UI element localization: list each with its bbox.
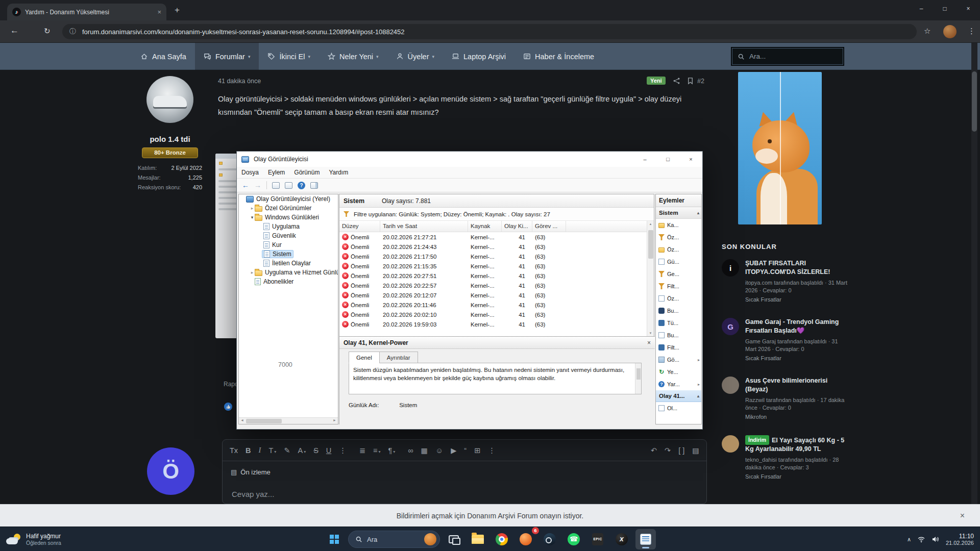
tree-expander-icon[interactable]: ▾ — [250, 215, 255, 220]
notification-close-icon[interactable]: × — [960, 511, 965, 520]
preview-button[interactable]: ▤ Ön izleme — [231, 468, 271, 476]
paragraph-icon[interactable]: ¶▾ — [388, 446, 395, 455]
tree-item[interactable]: Güvenlik — [239, 231, 338, 240]
browser-menu-icon[interactable]: ⋮ — [968, 27, 975, 36]
xbox-taskbar-button[interactable] — [611, 529, 632, 549]
export-icon[interactable] — [285, 182, 292, 189]
topic-title[interactable]: Game Garaj - Trendyol Gaming Fırsatları … — [745, 318, 850, 335]
reply-input[interactable]: Cevap yaz... — [232, 490, 274, 498]
topic-avatar[interactable] — [722, 435, 739, 453]
sidebar-ad-image[interactable] — [738, 72, 822, 224]
action-item[interactable]: Öz... — [656, 243, 701, 256]
filter-notice-bar[interactable]: Filtre uygulanan: Günlük: System; Düzey:… — [339, 208, 654, 221]
tree-item[interactable]: İletilen Olaylar — [239, 259, 338, 268]
event-row[interactable]: ×Önemli20.02.2026 21:27:21Kernel-...41(6… — [339, 232, 648, 242]
column-header-3[interactable]: Olay Ki... — [502, 221, 532, 232]
menu-dosya[interactable]: Dosya — [237, 169, 263, 176]
bookmark-icon[interactable] — [687, 77, 694, 85]
topic-avatar[interactable]: i — [722, 259, 739, 277]
action-pane-icon[interactable] — [310, 182, 318, 189]
whatsapp-taskbar-button[interactable] — [564, 529, 584, 549]
volume-icon[interactable] — [932, 535, 940, 543]
event-row[interactable]: ×Önemli20.02.2026 19:59:03Kernel-...41(6… — [339, 319, 648, 329]
wifi-icon[interactable] — [917, 535, 925, 543]
action-item[interactable]: Öz... — [656, 292, 701, 305]
nav-item-ana-sayfa[interactable]: Ana Sayfa — [132, 43, 195, 70]
strikethrough-icon[interactable]: S — [313, 446, 318, 455]
action-item[interactable]: Ka... — [656, 219, 701, 231]
scroll-right-arrow-icon[interactable]: ► — [333, 418, 336, 422]
action-item[interactable]: Ol... — [656, 402, 701, 414]
author-avatar[interactable] — [146, 76, 193, 123]
task-view-taskbar-button[interactable] — [444, 529, 464, 549]
action-item[interactable]: Bu... — [656, 305, 701, 317]
epic-games-taskbar-button[interactable] — [587, 529, 608, 549]
event-row[interactable]: ×Önemli20.02.2026 20:11:46Kernel-...41(6… — [339, 300, 648, 310]
like-reaction-icon[interactable] — [223, 402, 233, 412]
site-info-icon[interactable]: ⓘ — [69, 27, 76, 36]
media-icon[interactable]: ▶ — [451, 446, 456, 455]
topic-category-link[interactable]: Sıcak Fırsatlar — [745, 473, 850, 480]
event-row[interactable]: ×Önemli20.02.2026 20:27:51Kernel-...41(6… — [339, 271, 648, 281]
file-explorer-taskbar-button[interactable] — [468, 529, 488, 549]
current-user-avatar[interactable]: Ö — [147, 447, 194, 495]
tree-item[interactable]: Kur — [239, 240, 338, 249]
image-icon[interactable]: ▦ — [421, 446, 428, 455]
bold-icon[interactable]: B — [246, 446, 251, 455]
menu-görünüm[interactable]: Görünüm — [289, 169, 324, 176]
brackets-bbcode-icon[interactable]: [ ] — [678, 446, 684, 455]
tree-item[interactable]: ▸Uygulama ve Hizmet Günlük — [239, 268, 338, 277]
detail-close-icon[interactable]: × — [647, 339, 651, 346]
event-row[interactable]: ×Önemli20.02.2026 21:17:50Kernel-...41(6… — [339, 252, 648, 261]
event-viewer-taskbar-button[interactable] — [635, 529, 656, 549]
event-row[interactable]: ×Önemli20.02.2026 20:02:10Kernel-...41(6… — [339, 310, 648, 319]
topic-title[interactable]: Asus Çevre bilimlerionerisi (Beyaz) — [745, 377, 850, 394]
action-item[interactable]: ↻Ye... — [656, 366, 701, 378]
tab-close-icon[interactable]: × — [157, 8, 161, 16]
tree-expander-icon[interactable]: ▸ — [250, 206, 255, 211]
nav-item-uyeler[interactable]: Üyeler▾ — [387, 43, 443, 70]
tree-scrollbar-thumb[interactable] — [246, 419, 282, 423]
forum-search-box[interactable]: Ara... — [731, 47, 844, 66]
tray-expand-icon[interactable]: ∧ — [907, 536, 911, 543]
menu-eylem[interactable]: Eylem — [263, 169, 289, 176]
action-item[interactable]: Tü... — [656, 317, 701, 329]
chrome-taskbar-button[interactable] — [492, 529, 512, 549]
undo-icon[interactable]: ↶ — [651, 446, 657, 455]
source-view-icon[interactable]: ▤ — [692, 446, 699, 455]
action-item[interactable]: Öz... — [656, 231, 701, 243]
italic-icon[interactable]: I — [259, 446, 261, 455]
nav-item-haber-inceleme[interactable]: Haber & İnceleme — [514, 43, 603, 70]
nav-item-neler-yeni[interactable]: Neler Yeni▾ — [319, 43, 387, 70]
font-size-icon[interactable]: T▾ — [268, 446, 276, 455]
description-scrollbar[interactable] — [635, 363, 641, 394]
column-header-0[interactable]: Düzey — [339, 221, 380, 232]
list-icon[interactable]: ≣ — [359, 446, 365, 455]
scroll-left-arrow-icon[interactable]: ◄ — [240, 418, 244, 422]
scrollbar-thumb[interactable] — [972, 71, 977, 132]
start-button[interactable] — [324, 529, 345, 549]
taskbar-clock[interactable]: 11:10 21.02.2026 — [946, 533, 974, 546]
action-item[interactable]: Filt... — [656, 341, 701, 354]
event-list-scrollbar-thumb[interactable] — [648, 230, 653, 259]
ev-close-button[interactable]: × — [679, 152, 702, 167]
tree-item[interactable]: Olay Görüntüleyicisi (Yerel) — [239, 194, 338, 204]
post-number[interactable]: #2 — [697, 78, 704, 85]
event-row[interactable]: ×Önemli20.02.2026 21:24:43Kernel-...41(6… — [339, 242, 648, 252]
help-icon[interactable]: ? — [298, 182, 305, 189]
text-color-icon[interactable]: A▾ — [298, 446, 306, 455]
new-tab-button[interactable]: + — [175, 5, 180, 15]
remove-format-icon[interactable]: Tx — [230, 446, 238, 455]
tree-item[interactable]: ▾Windows Günlükleri — [239, 213, 338, 222]
tab-genel[interactable]: Genel — [349, 352, 380, 363]
scroll-up-arrow-icon[interactable]: ▲ — [647, 222, 654, 226]
action-item[interactable]: Ge... — [656, 268, 701, 280]
tree-expander-icon[interactable]: ▸ — [250, 270, 255, 275]
more-text-options-icon[interactable]: ⋮ — [339, 446, 347, 455]
nav-item-laptop-arsivi[interactable]: Laptop Arşivi — [443, 43, 514, 70]
share-icon[interactable] — [673, 77, 680, 85]
tree-item[interactable]: Abonelikler — [239, 277, 338, 286]
search-highlight-image[interactable] — [424, 533, 436, 545]
ev-maximize-button[interactable]: □ — [656, 152, 679, 167]
tree-item[interactable]: Sistem — [239, 249, 338, 259]
